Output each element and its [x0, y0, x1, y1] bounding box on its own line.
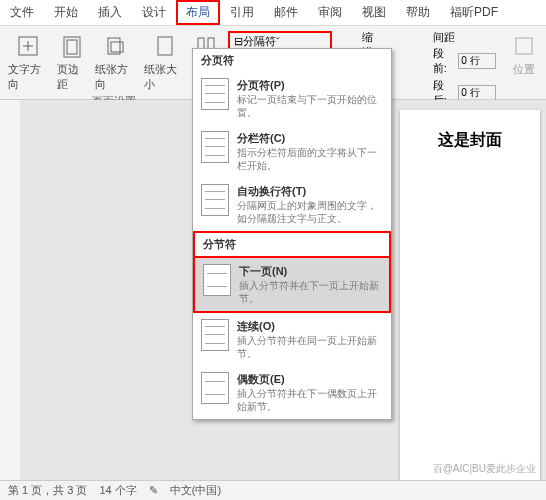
- page-breaks-header: 分页符: [193, 49, 391, 72]
- continuous-icon: [201, 319, 229, 351]
- watermark: 百@AIC|BU爱此步企业: [433, 462, 536, 476]
- orientation-icon: [101, 32, 129, 60]
- menu-layout[interactable]: 布局: [176, 0, 220, 25]
- even-page-section-item[interactable]: 偶数页(E)插入分节符并在下一偶数页上开始新节。: [193, 366, 391, 419]
- menu-review[interactable]: 审阅: [308, 0, 352, 25]
- text-wrap-icon: [201, 184, 229, 216]
- menu-design[interactable]: 设计: [132, 0, 176, 25]
- position-button[interactable]: 位置: [506, 30, 542, 99]
- next-page-icon: [203, 264, 231, 296]
- svg-rect-7: [158, 37, 172, 55]
- menu-help[interactable]: 帮助: [396, 0, 440, 25]
- margins-icon: [58, 32, 86, 60]
- column-break-item[interactable]: 分栏符(C)指示分栏符后面的文字将从下一栏开始。: [193, 125, 391, 178]
- menu-home[interactable]: 开始: [44, 0, 88, 25]
- vertical-ruler: [0, 100, 20, 480]
- menu-mailings[interactable]: 邮件: [264, 0, 308, 25]
- status-page[interactable]: 第 1 页，共 3 页: [8, 483, 87, 498]
- status-language[interactable]: 中文(中国): [170, 483, 221, 498]
- svg-rect-4: [67, 40, 77, 54]
- orientation-button[interactable]: 纸张方向: [91, 30, 140, 94]
- text-wrap-break-item[interactable]: 自动换行符(T)分隔网页上的对象周围的文字，如分隔题注文字与正文。: [193, 178, 391, 231]
- document-page[interactable]: 这是封面: [400, 110, 540, 480]
- menu-references[interactable]: 引用: [220, 0, 264, 25]
- text-direction-icon: [14, 32, 42, 60]
- svg-rect-10: [516, 38, 532, 54]
- continuous-section-item[interactable]: 连续(O)插入分节符并在同一页上开始新节。: [193, 313, 391, 366]
- menu-insert[interactable]: 插入: [88, 0, 132, 25]
- page-break-icon: [201, 78, 229, 110]
- menu-file[interactable]: 文件: [0, 0, 44, 25]
- svg-rect-6: [111, 42, 123, 52]
- margins-button[interactable]: 页边距: [53, 30, 91, 94]
- breaks-dropdown: 分页符 分页符(P)标记一页结束与下一页开始的位置。 分栏符(C)指示分栏符后面…: [192, 48, 392, 420]
- page-title: 这是封面: [400, 110, 540, 171]
- size-button[interactable]: 纸张大小: [140, 30, 189, 94]
- menu-bar: 文件 开始 插入 设计 布局 引用 邮件 审阅 视图 帮助 福昕PDF: [0, 0, 546, 26]
- page-break-item[interactable]: 分页符(P)标记一页结束与下一页开始的位置。: [193, 72, 391, 125]
- column-break-icon: [201, 131, 229, 163]
- status-bar: 第 1 页，共 3 页 14 个字 ✎ 中文(中国): [0, 480, 546, 500]
- breaks-icon: ⊟: [234, 35, 243, 48]
- status-words[interactable]: 14 个字: [99, 483, 136, 498]
- chevron-down-icon: ˇ: [276, 36, 280, 48]
- menu-foxit[interactable]: 福昕PDF: [440, 0, 508, 25]
- spacing-label: 间距: [433, 30, 496, 45]
- section-breaks-header: 分节符: [193, 231, 391, 256]
- even-page-icon: [201, 372, 229, 404]
- text-direction-button[interactable]: 文字方向: [4, 30, 53, 94]
- size-icon: [150, 32, 178, 60]
- position-icon: [510, 32, 538, 60]
- spacing-after-input[interactable]: 0 行: [458, 85, 496, 101]
- spacing-before-input[interactable]: 0 行: [458, 53, 496, 69]
- next-page-section-item[interactable]: 下一页(N)插入分节符并在下一页上开始新节。: [193, 256, 391, 313]
- status-lang-icon: ✎: [149, 484, 158, 497]
- menu-view[interactable]: 视图: [352, 0, 396, 25]
